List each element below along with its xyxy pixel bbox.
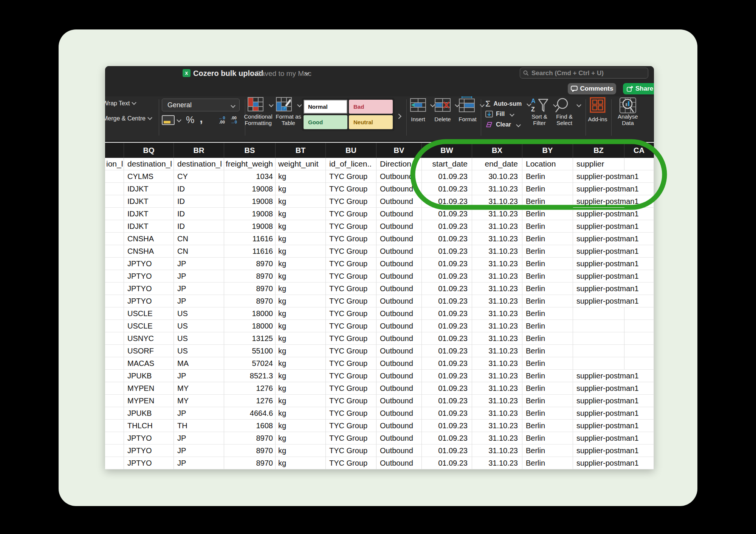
cell[interactable]: TYC Group [326,370,376,382]
cell[interactable]: 31.10.23 [472,407,522,420]
cell[interactable]: Outbound [376,407,422,420]
column-header-BX[interactable]: BX [472,143,522,158]
column-header-CA[interactable]: CA [624,143,654,158]
cell[interactable]: Berlin [522,457,573,469]
cell[interactable]: supplier-postman1 [573,183,624,195]
cell-style-normal[interactable]: Normal [304,100,347,114]
cell[interactable]: supplier-postman1 [573,220,624,233]
cell[interactable]: JPTYO [124,432,174,444]
decrease-decimal-button[interactable]: .00 →0 [231,116,237,124]
cell[interactable]: 18000 [224,307,276,320]
percent-style-button[interactable]: % [186,114,194,125]
cell[interactable]: end_date [472,158,522,170]
cell[interactable]: Berlin [522,345,573,357]
cell[interactable]: 8521.3 [224,370,276,382]
cell[interactable]: ID [174,208,224,220]
cell[interactable]: Outbound [376,357,422,370]
cell[interactable] [624,320,654,332]
cell[interactable]: Berlin [522,183,573,195]
cell[interactable]: TYC Group [326,432,376,444]
cell[interactable]: Berlin [522,208,573,220]
cell[interactable]: 01.09.23 [422,345,472,357]
cell[interactable]: 31.10.23 [472,233,522,245]
cell[interactable]: 18000 [224,320,276,332]
cell[interactable]: ID [174,220,224,233]
cell[interactable]: supplier-postman1 [573,208,624,220]
cell[interactable]: supplier-postman1 [573,195,624,208]
cell[interactable]: Berlin [522,170,573,183]
cell[interactable] [624,345,654,357]
cell[interactable]: 01.09.23 [422,407,472,420]
cell[interactable]: 31.10.23 [472,295,522,307]
cell[interactable]: 31.10.23 [472,195,522,208]
cell[interactable]: 8970 [224,457,276,469]
cell[interactable]: kg [276,382,326,395]
cell[interactable]: Berlin [522,432,573,444]
cell[interactable] [624,332,654,345]
cell[interactable]: Berlin [522,407,573,420]
cell[interactable]: 31.10.23 [472,444,522,457]
cell[interactable]: kg [276,420,326,432]
cell[interactable]: 01.09.23 [422,183,472,195]
cell[interactable]: supplier-postman1 [573,245,624,258]
cell[interactable]: weight_unit [276,158,326,170]
cell[interactable]: Berlin [522,295,573,307]
cell[interactable] [105,357,124,370]
cell[interactable]: JP [174,258,224,270]
cell[interactable]: 01.09.23 [422,282,472,295]
cell[interactable]: 31.10.23 [472,332,522,345]
cell[interactable]: JPUKB [124,370,174,382]
cell[interactable]: 13125 [224,332,276,345]
cell[interactable]: kg [276,195,326,208]
column-header-BY[interactable]: BY [522,143,573,158]
cell[interactable]: Berlin [522,357,573,370]
cell[interactable]: 31.10.23 [472,245,522,258]
fill-button[interactable]: Fill [485,111,514,117]
cell[interactable]: 01.09.23 [422,220,472,233]
column-header-blank[interactable] [105,143,124,158]
cell[interactable]: supplier-postman1 [573,432,624,444]
cell[interactable] [105,307,124,320]
cell[interactable]: TYC Group [326,270,376,282]
cell[interactable] [105,170,124,183]
cell[interactable] [573,307,624,320]
share-button[interactable]: Share [623,83,654,94]
cell[interactable]: 01.09.23 [422,233,472,245]
cell[interactable]: supplier-postman1 [573,382,624,395]
cell[interactable]: 31.10.23 [472,420,522,432]
cell[interactable]: 31.10.23 [472,382,522,395]
cell[interactable]: 01.09.23 [422,457,472,469]
cell[interactable]: Berlin [522,270,573,282]
cell[interactable]: Outbound [376,345,422,357]
cell[interactable]: JPTYO [124,295,174,307]
cell[interactable]: 11616 [224,233,276,245]
number-format-select[interactable]: General [162,99,240,111]
cell[interactable] [573,345,624,357]
cell[interactable]: Outbound [376,282,422,295]
cell[interactable]: TYC Group [326,332,376,345]
cell[interactable]: ion_l [105,158,124,170]
cell[interactable]: supplier-postman1 [573,258,624,270]
cell[interactable]: USORF [124,345,174,357]
cell[interactable]: TYC Group [326,183,376,195]
column-header-BW[interactable]: BW [422,143,472,158]
cell[interactable]: TYC Group [326,307,376,320]
cell[interactable]: 01.09.23 [422,432,472,444]
clear-button[interactable]: Clear [485,121,520,128]
cell[interactable]: MYPEN [124,382,174,395]
cell[interactable]: TYC Group [326,170,376,183]
comments-button[interactable]: Comments [568,83,616,94]
cell[interactable]: 31.10.23 [472,345,522,357]
cell[interactable]: kg [276,220,326,233]
cell[interactable]: 8970 [224,270,276,282]
cell[interactable] [105,245,124,258]
cell[interactable] [105,345,124,357]
cell[interactable]: kg [276,332,326,345]
cell[interactable]: 01.09.23 [422,245,472,258]
cell[interactable]: Outbound [376,245,422,258]
cell[interactable]: kg [276,320,326,332]
cell[interactable]: 1034 [224,170,276,183]
column-header-BU[interactable]: BU [326,143,376,158]
cell[interactable]: Outbound [376,320,422,332]
cell[interactable]: US [174,307,224,320]
